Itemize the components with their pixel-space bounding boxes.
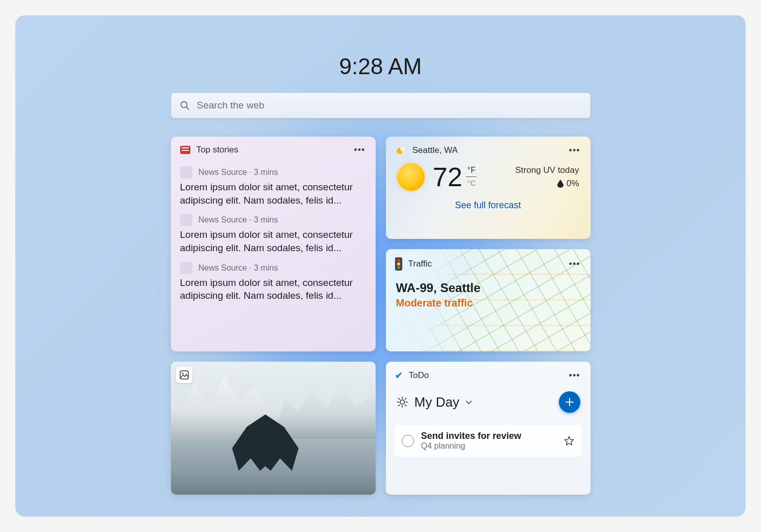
news-headline: Lorem ipsum dolor sit amet, consectetur … xyxy=(180,276,366,302)
news-source: News Source xyxy=(199,168,247,177)
news-item[interactable]: News Source · 3 mins Lorem ipsum dolor s… xyxy=(180,255,366,302)
news-age: 3 mins xyxy=(254,168,278,177)
svg-point-3 xyxy=(400,146,405,151)
news-icon xyxy=(180,146,190,154)
news-headline: Lorem ipsum dolor sit amet, consectetur … xyxy=(180,181,366,207)
top-stories-title: Top stories xyxy=(197,145,238,155)
news-headline: Lorem ipsum dolor sit amet, consectetur … xyxy=(180,228,366,254)
sun-icon xyxy=(397,163,425,191)
image-icon xyxy=(176,367,192,383)
todo-task[interactable]: Send invites for review Q4 planning xyxy=(394,424,582,457)
todo-more-button[interactable]: ••• xyxy=(568,371,581,380)
todo-icon: ✔ xyxy=(395,370,403,381)
weather-more-button[interactable]: ••• xyxy=(568,146,581,155)
droplet-icon xyxy=(557,180,563,188)
news-source-thumb xyxy=(180,166,192,179)
task-title: Send invites for review xyxy=(421,431,521,441)
svg-point-6 xyxy=(400,400,404,404)
todo-title: ToDo xyxy=(409,370,429,381)
weather-temperature: 72 xyxy=(433,164,463,190)
svg-line-1 xyxy=(186,107,189,109)
svg-line-11 xyxy=(398,398,399,400)
weather-precip: 0% xyxy=(567,179,579,189)
news-age: 3 mins xyxy=(254,215,278,225)
news-source-thumb xyxy=(180,262,192,274)
todo-widget[interactable]: ✔ ToDo ••• My Day xyxy=(386,362,591,495)
weather-widget[interactable]: Seattle, WA ••• 72 °F °C Strong UV xyxy=(386,137,591,239)
news-item[interactable]: News Source · 3 mins Lorem ipsum dolor s… xyxy=(180,159,366,207)
weather-icon xyxy=(395,145,406,156)
svg-line-14 xyxy=(405,398,406,400)
traffic-status: Moderate traffic xyxy=(396,297,580,309)
news-source: News Source xyxy=(199,263,247,273)
weather-alert: Strong UV today xyxy=(515,165,579,175)
widgets-panel: 9:28 AM Top stories ••• xyxy=(15,15,746,517)
svg-line-13 xyxy=(398,405,399,406)
traffic-more-button[interactable]: ••• xyxy=(568,259,581,269)
svg-line-12 xyxy=(405,405,406,406)
task-complete-toggle[interactable] xyxy=(402,435,414,447)
search-bar[interactable] xyxy=(171,93,591,118)
search-icon xyxy=(180,100,190,110)
news-source: News Source xyxy=(199,215,247,225)
svg-point-5 xyxy=(182,372,183,374)
news-age: 3 mins xyxy=(254,263,278,273)
traffic-light-icon xyxy=(395,257,402,271)
temperature-unit-toggle[interactable]: °F °C xyxy=(466,166,476,187)
see-full-forecast-link[interactable]: See full forecast xyxy=(386,200,591,211)
news-source-thumb xyxy=(180,214,192,226)
task-subtitle: Q4 planning xyxy=(421,441,521,451)
star-icon[interactable] xyxy=(563,435,575,447)
plus-icon xyxy=(564,397,575,407)
chevron-down-icon[interactable] xyxy=(465,398,473,406)
photos-widget[interactable] xyxy=(171,362,376,495)
clock: 9:28 AM xyxy=(171,54,591,79)
top-stories-widget[interactable]: Top stories ••• News Source · 3 mins Lor… xyxy=(171,137,376,351)
todo-list-name[interactable]: My Day xyxy=(415,394,460,410)
photo-preview xyxy=(171,362,376,495)
top-stories-more-button[interactable]: ••• xyxy=(353,145,366,154)
traffic-route: WA-99, Seattle xyxy=(396,281,580,295)
add-task-button[interactable] xyxy=(559,391,580,413)
traffic-widget[interactable]: Traffic ••• WA-99, Seattle Moderate traf… xyxy=(386,249,591,351)
news-item[interactable]: News Source · 3 mins Lorem ipsum dolor s… xyxy=(180,207,366,254)
traffic-title: Traffic xyxy=(408,259,432,269)
search-input[interactable] xyxy=(197,100,582,111)
weather-location: Seattle, WA xyxy=(412,145,458,156)
sun-outline-icon xyxy=(396,396,408,408)
